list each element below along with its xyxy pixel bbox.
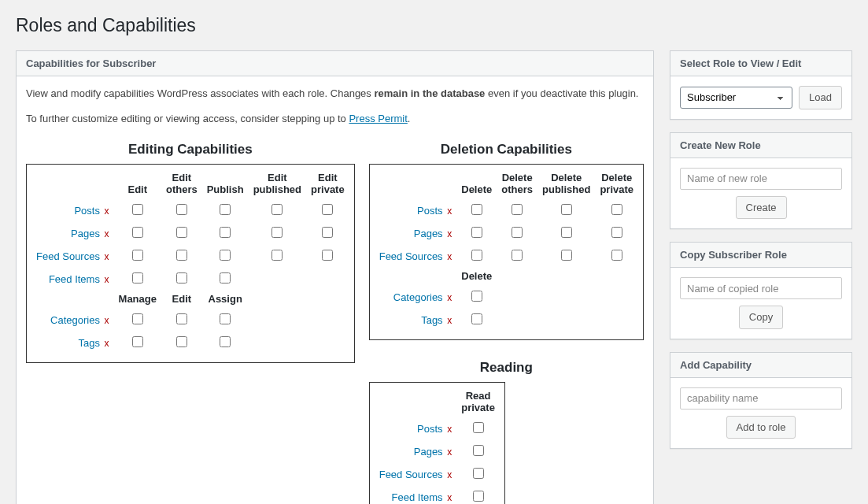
row-label-link[interactable]: Feed Items [392,491,443,503]
row-label-link[interactable]: Posts [74,205,100,217]
table-row: Feed Items x [31,268,349,291]
capability-checkbox[interactable] [322,250,333,261]
reading-title: Reading [369,360,644,376]
column-header: Publish [202,169,249,199]
capability-checkbox[interactable] [132,272,143,284]
capability-checkbox[interactable] [220,272,231,284]
row-label-link[interactable]: Categories [50,314,100,326]
remove-x-icon[interactable]: x [105,228,109,239]
create-button[interactable]: Create [736,196,787,220]
new-role-name-input[interactable] [680,168,842,190]
capability-checkbox[interactable] [132,250,143,261]
capability-name-input[interactable] [680,387,842,410]
remove-x-icon[interactable]: x [447,315,452,326]
capability-checkbox[interactable] [220,336,231,347]
capability-checkbox[interactable] [512,227,523,238]
capability-checkbox[interactable] [471,250,482,261]
column-header: Edit [161,291,202,309]
capability-checkbox[interactable] [176,227,187,238]
capability-checkbox[interactable] [611,250,622,261]
page-title: Roles and Capabilities [16,8,852,39]
column-header: Readprivate [456,387,500,417]
capability-checkbox[interactable] [473,422,484,433]
capability-checkbox[interactable] [132,336,143,347]
remove-x-icon[interactable]: x [105,251,109,262]
capability-checkbox[interactable] [611,227,622,238]
column-header: Delete [456,169,497,199]
row-label-link[interactable]: Categories [393,291,443,303]
row-label-link[interactable]: Tags [421,314,442,326]
table-row: Pages x [375,440,500,463]
capability-checkbox[interactable] [220,227,231,238]
remove-x-icon[interactable]: x [447,424,452,435]
remove-x-icon[interactable]: x [447,492,452,503]
press-permit-link[interactable]: Press Permit [349,113,407,124]
create-role-panel: Create New Role Create [670,132,852,230]
remove-x-icon[interactable]: x [447,469,452,480]
capability-checkbox[interactable] [176,336,187,347]
load-button[interactable]: Load [799,86,842,109]
role-select[interactable]: Subscriber [680,87,792,109]
capability-checkbox[interactable] [471,227,482,238]
capability-checkbox[interactable] [132,227,143,238]
capability-checkbox[interactable] [473,445,484,456]
capability-checkbox[interactable] [561,227,572,238]
column-header: Manage [114,291,161,309]
remove-x-icon[interactable]: x [447,447,452,458]
remove-x-icon[interactable]: x [447,292,452,303]
column-header: Editothers [161,169,202,199]
table-row: Posts x [375,199,638,222]
column-header: Deleteothers [497,169,537,199]
capability-checkbox[interactable] [471,204,482,215]
capability-checkbox[interactable] [473,491,484,502]
row-label-link[interactable]: Tags [78,337,99,349]
capability-checkbox[interactable] [611,204,622,215]
row-label-link[interactable]: Feed Sources [379,250,443,262]
desc-line-2: To further customize editing or viewing … [26,111,644,127]
capability-checkbox[interactable] [561,250,572,261]
remove-x-icon[interactable]: x [447,228,452,239]
capability-checkbox[interactable] [471,313,482,324]
capability-checkbox[interactable] [512,204,523,215]
table-row: Categories x [375,286,638,309]
row-label-link[interactable]: Pages [414,228,443,239]
remove-x-icon[interactable]: x [105,206,109,217]
row-label-link[interactable]: Feed Sources [379,469,443,480]
remove-x-icon[interactable]: x [447,206,452,217]
remove-x-icon[interactable]: x [105,315,109,326]
capability-checkbox[interactable] [322,227,333,238]
capability-checkbox[interactable] [471,291,482,302]
remove-x-icon[interactable]: x [105,338,109,349]
capability-checkbox[interactable] [176,250,187,261]
capability-checkbox[interactable] [132,204,143,215]
capability-checkbox[interactable] [271,250,283,261]
row-label-link[interactable]: Pages [414,446,443,458]
capability-checkbox[interactable] [176,313,187,324]
copied-role-name-input[interactable] [680,277,842,299]
add-to-role-button[interactable]: Add to role [726,416,796,439]
row-label-link[interactable]: Pages [71,228,100,239]
capability-checkbox[interactable] [220,250,231,261]
copy-button[interactable]: Copy [739,306,783,329]
capability-checkbox[interactable] [473,468,484,479]
row-label-link[interactable]: Feed Items [49,273,100,285]
capability-checkbox[interactable] [220,204,231,215]
capability-checkbox[interactable] [176,204,187,215]
capability-checkbox[interactable] [271,227,283,238]
row-label-link[interactable]: Posts [417,205,443,217]
capability-checkbox[interactable] [561,204,572,215]
capability-checkbox[interactable] [176,272,187,284]
capability-checkbox[interactable] [322,204,333,215]
remove-x-icon[interactable]: x [105,274,109,285]
table-row: Posts x [31,199,349,222]
row-label-link[interactable]: Posts [417,423,443,435]
capability-checkbox[interactable] [512,250,523,261]
deletion-box: DeleteDeleteothersDeletepublishedDeletep… [369,164,644,340]
deletion-title: Deletion Capabilities [369,142,644,158]
capability-checkbox[interactable] [271,204,283,215]
capability-checkbox[interactable] [132,313,143,324]
row-label-link[interactable]: Feed Sources [36,250,100,262]
column-header: Deletepublished [537,169,595,199]
capability-checkbox[interactable] [220,313,231,324]
remove-x-icon[interactable]: x [447,251,452,262]
